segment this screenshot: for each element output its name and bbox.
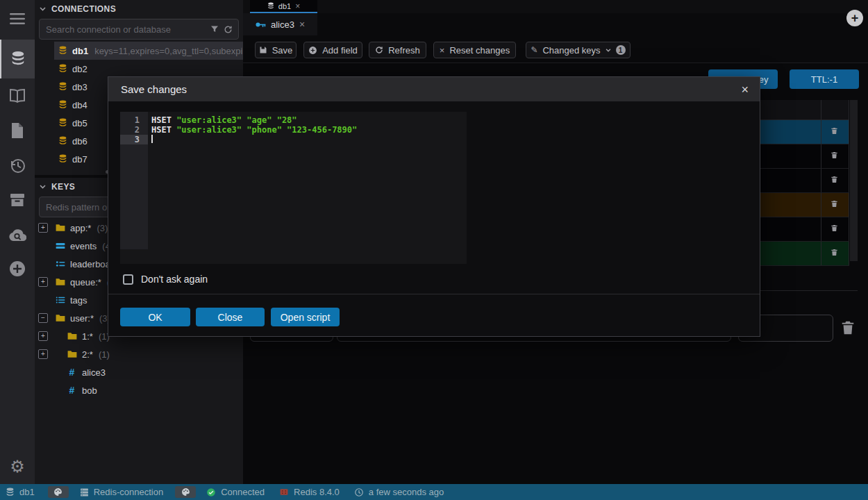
refresh-icon (375, 46, 383, 54)
expander-icon[interactable]: + (38, 349, 48, 359)
save-changes-dialog: Save changes × 1HSET "user:alice3" "age"… (108, 76, 760, 337)
key-node-alice3[interactable]: #alice3 (35, 363, 243, 381)
database-icon (267, 2, 274, 10)
tab-alice3[interactable]: alice3 × (243, 13, 317, 35)
database-icon (58, 82, 67, 92)
folder-icon (67, 332, 77, 340)
connections-header[interactable]: CONNECTIONS (35, 0, 243, 17)
cloud-search-icon[interactable] (0, 217, 35, 252)
status-database[interactable]: db1 (6, 487, 35, 497)
trash-icon (831, 224, 838, 233)
editor-lines: 1HSET "user:alice3" "age" "28"2HSET "use… (120, 115, 467, 144)
key-node-bob[interactable]: #bob (35, 381, 243, 399)
status-connection[interactable]: Redis-connection (80, 487, 163, 497)
close-tab-icon[interactable]: × (299, 19, 305, 30)
ok-button[interactable]: OK (120, 308, 190, 326)
folder-icon (56, 314, 65, 322)
database-icon (58, 46, 67, 56)
expander-icon[interactable]: − (38, 313, 48, 323)
editor-line: 3 (120, 135, 467, 144)
save-icon (259, 46, 267, 54)
menu-icon[interactable] (0, 1, 35, 36)
close-tab-icon[interactable]: × (295, 1, 300, 11)
expander-icon[interactable]: + (38, 223, 48, 233)
add-field-button[interactable]: Add field (303, 42, 362, 58)
sidebar-item-connections[interactable] (0, 40, 35, 78)
redis-box-icon (279, 488, 289, 497)
connection-color-button[interactable] (175, 486, 196, 498)
left-rail: ⚙ (0, 0, 35, 484)
changed-count-badge: 1 (616, 45, 626, 55)
refresh-icon[interactable] (224, 25, 233, 34)
open-script-button[interactable]: Open script (271, 308, 340, 326)
stream-type-icon (56, 242, 65, 250)
chevron-down-icon (606, 49, 611, 52)
key-count: (1) (99, 349, 110, 360)
connection-search-input[interactable] (40, 24, 210, 35)
history-icon[interactable] (0, 148, 35, 183)
check-circle-icon (206, 488, 216, 497)
key-icon (256, 20, 266, 29)
ttl-button[interactable]: TTL:-1 (790, 69, 859, 89)
delete-row-button[interactable] (831, 247, 838, 260)
database-icon (58, 100, 67, 110)
delete-row-button[interactable] (831, 150, 838, 162)
delete-row-button[interactable] (831, 223, 838, 235)
refresh-button[interactable]: Refresh (369, 42, 426, 58)
filter-icon[interactable] (210, 25, 219, 33)
archive-icon[interactable] (0, 183, 35, 217)
database-icon (58, 154, 67, 164)
app-window: ⚙ CONNECTIONS db1keys=11,expires=0,avg_t… (0, 0, 868, 500)
delete-row-button[interactable] (831, 126, 838, 138)
add-connection-icon[interactable] (0, 251, 35, 286)
database-color-button[interactable] (48, 486, 69, 498)
button-label: Changed keys (542, 45, 600, 56)
sorted-set-type-icon (56, 260, 65, 268)
server-icon (80, 488, 89, 497)
hash-type-icon: # (69, 385, 75, 396)
close-button[interactable]: Close (196, 308, 265, 326)
line-number: 2 (120, 125, 148, 135)
trash-icon (831, 199, 838, 208)
key-toolbar: Save Add field Refresh × Reset changes ✎… (243, 35, 868, 63)
key-tab-bar: alice3 × (243, 13, 868, 35)
close-dialog-icon[interactable]: × (741, 83, 749, 96)
editor-line: 1HSET "user:alice3" "age" "28" (120, 115, 467, 125)
key-node-2[interactable]: +2:*(1) (35, 345, 243, 363)
save-button[interactable]: Save (255, 42, 297, 58)
dialog-title: Save changes (121, 83, 741, 95)
file-icon[interactable] (0, 113, 35, 148)
trash-icon (831, 126, 838, 135)
connection-db2[interactable]: db2 (35, 60, 243, 78)
list-type-icon (56, 296, 65, 304)
expander-icon[interactable]: + (38, 331, 48, 341)
new-tab-button[interactable]: + (846, 10, 863, 26)
pencil-icon: ✎ (531, 45, 537, 55)
folder-icon (67, 350, 77, 358)
dont-ask-checkbox[interactable] (123, 274, 133, 285)
button-label: Refresh (388, 45, 420, 56)
expander-icon[interactable]: + (38, 277, 48, 287)
docs-icon[interactable] (0, 78, 35, 113)
connection-db1[interactable]: db1keys=11,expires=0,avg_ttl=0,subexpiry… (35, 42, 243, 60)
keys-title: KEYS (51, 182, 75, 192)
table-vscrollbar[interactable] (850, 100, 858, 261)
connections-title: CONNECTIONS (51, 4, 116, 14)
line-number: 1 (120, 115, 148, 125)
database-icon (58, 64, 67, 74)
palette-icon (181, 488, 190, 497)
dont-ask-label: Don't ask again (141, 274, 208, 285)
clock-icon (354, 488, 364, 497)
delete-row-button[interactable] (831, 199, 838, 211)
status-connected: Connected (206, 487, 265, 497)
changed-keys-button[interactable]: ✎ Changed keys 1 (526, 42, 631, 58)
folder-icon (56, 224, 65, 232)
database-icon (58, 118, 67, 128)
dialog-header: Save changes × (108, 77, 760, 101)
reset-changes-button[interactable]: × Reset changes (433, 42, 516, 58)
settings-gear-icon[interactable]: ⚙ (0, 449, 35, 484)
tab-db1[interactable]: db1 × (250, 0, 317, 13)
delete-field-button[interactable] (840, 320, 856, 338)
command-editor[interactable]: 1HSET "user:alice3" "age" "28"2HSET "use… (120, 112, 467, 264)
delete-row-button[interactable] (831, 174, 838, 187)
